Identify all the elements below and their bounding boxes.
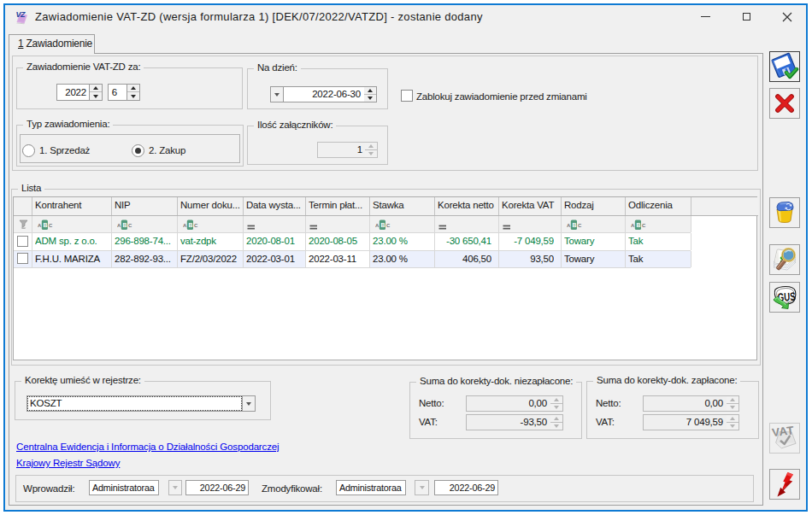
svg-text:A: A (38, 223, 42, 228)
svg-text:C: C (642, 223, 646, 228)
svg-text:A: A (567, 223, 571, 228)
svg-text:C: C (578, 223, 582, 228)
svg-text:B: B (637, 222, 641, 228)
svg-text:B: B (123, 222, 127, 228)
svg-text:VAT: VAT (771, 424, 795, 439)
svg-text:VZ: VZ (16, 10, 26, 19)
svg-text:A: A (117, 223, 121, 228)
svg-text:C: C (49, 223, 53, 228)
svg-text:B: B (573, 222, 577, 228)
svg-text:A: A (375, 223, 380, 228)
svg-text:C: C (128, 223, 132, 228)
svg-text:B: B (189, 222, 193, 228)
svg-text:C: C (194, 223, 198, 228)
svg-text:A: A (631, 223, 635, 228)
svg-text:C: C (386, 223, 391, 228)
svg-text:B: B (381, 222, 385, 228)
svg-text:A: A (183, 223, 187, 228)
svg-text:B: B (44, 222, 48, 228)
